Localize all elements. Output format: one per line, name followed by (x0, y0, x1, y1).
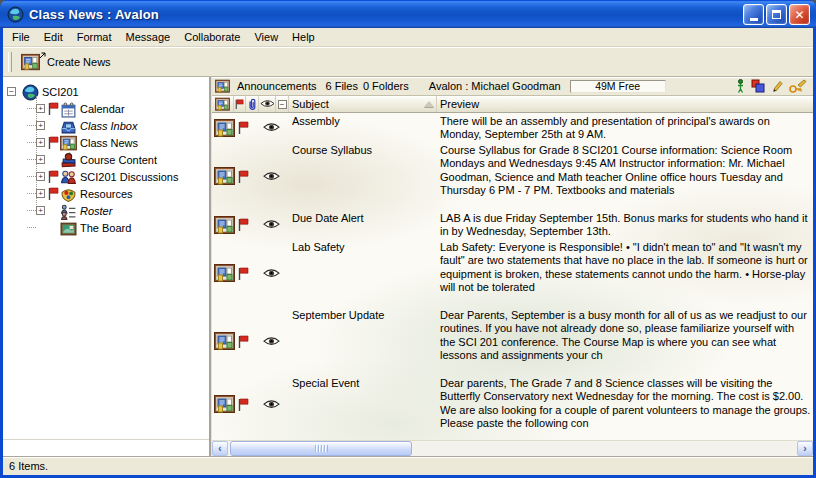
tree-item-sci201[interactable]: − SCI201 (3, 83, 209, 100)
create-news-label: Create News (47, 56, 111, 68)
chevron-right-icon: › (803, 443, 806, 454)
tree-item-the-board[interactable]: + The Board (3, 219, 209, 236)
person-icon[interactable] (736, 79, 745, 93)
minimize-button[interactable] (743, 4, 764, 25)
tree-label: SCI201 Discussions (80, 171, 178, 183)
tree-label: The Board (80, 222, 131, 234)
server-user-label: Avalon : Michael Goodman (429, 80, 561, 92)
menu-view[interactable]: View (247, 29, 285, 45)
roster-icon (60, 203, 77, 219)
message-row[interactable]: September Update Dear Parents, September… (212, 307, 813, 375)
discussions-icon (60, 169, 77, 185)
toolbar: Create News (3, 47, 813, 77)
menu-collaborate[interactable]: Collaborate (177, 29, 247, 45)
menu-format[interactable]: Format (70, 29, 119, 45)
message-row[interactable]: Due Date Alert LAB A is due Friday Septe… (212, 210, 813, 239)
message-subject: September Update (289, 307, 437, 375)
new-item-mark-icon (39, 51, 47, 59)
collapse-expander[interactable]: − (7, 87, 16, 96)
maximize-button[interactable] (766, 4, 787, 25)
menu-file[interactable]: File (5, 29, 37, 45)
column-header: − Subject Preview (212, 96, 813, 113)
expand-expander[interactable]: + (36, 172, 45, 181)
red-flag-icon (235, 99, 244, 110)
sort-up-icon (424, 101, 434, 107)
expand-expander[interactable]: + (36, 121, 45, 130)
titlebar[interactable]: Class News : Avalon ✕ (0, 0, 816, 28)
scrollbar-track[interactable] (228, 441, 797, 456)
pane-header: Announcements 6 Files 0 Folders Avalon :… (212, 77, 813, 96)
class-news-icon (60, 135, 77, 151)
resources-icon (60, 186, 77, 202)
expand-expander[interactable]: + (36, 206, 45, 215)
column-subject[interactable]: Subject (289, 96, 437, 112)
message-preview: Lab Safety: Everyone is Responsible! • "… (437, 239, 813, 307)
message-row[interactable]: Assembly There will be an assembly and p… (212, 113, 813, 142)
scroll-right-button[interactable]: › (797, 441, 813, 456)
pane-title: Announcements (237, 80, 317, 92)
tree-label: Roster (80, 205, 112, 217)
key-pencil-icon[interactable] (789, 79, 807, 93)
menu-help[interactable]: Help (285, 29, 322, 45)
news-item-icon (214, 263, 235, 283)
message-row[interactable]: Course Syllabus Course Syllabus for Grad… (212, 142, 813, 210)
scrollbar-thumb[interactable] (230, 441, 412, 456)
expand-expander[interactable]: + (36, 104, 45, 113)
board-icon (60, 220, 77, 236)
menu-message[interactable]: Message (119, 29, 178, 45)
tree-label: Calendar (80, 103, 125, 115)
red-flag-icon (238, 398, 249, 411)
eye-icon (260, 99, 275, 108)
eye-icon (263, 171, 280, 181)
scrollbar-grip-icon (315, 445, 328, 452)
message-row[interactable]: Lab Safety Lab Safety: Everyone is Respo… (212, 239, 813, 307)
eye-icon (263, 399, 280, 409)
overlap-squares-icon[interactable] (751, 79, 765, 93)
red-flag-icon (238, 121, 249, 134)
item-count-label: 6 Items. (9, 460, 48, 472)
scroll-left-button[interactable]: ‹ (212, 441, 228, 456)
column-viewed[interactable] (259, 96, 276, 112)
tree-item-sci201-discussions[interactable]: + SCI201 Discu (3, 168, 209, 185)
create-news-button[interactable]: Create News (17, 51, 119, 73)
bulletin-board-icon (215, 79, 230, 93)
message-row[interactable]: Special Event Dear parents, The Grade 7 … (212, 375, 813, 433)
horizontal-scrollbar: ‹ › (212, 440, 813, 456)
expand-expander[interactable]: + (36, 189, 45, 198)
red-flag-icon (48, 136, 59, 149)
paperclip-icon (248, 98, 257, 111)
column-flag[interactable] (234, 96, 246, 112)
tree-item-resources[interactable]: + Resources (3, 185, 209, 202)
tree-item-calendar[interactable]: + (3, 100, 209, 117)
maximize-icon (772, 10, 781, 19)
close-button[interactable]: ✕ (789, 4, 810, 25)
message-preview: Dear parents, The Grade 7 and 8 Science … (437, 375, 813, 433)
close-icon: ✕ (794, 9, 804, 21)
pencil-icon[interactable] (771, 80, 783, 93)
tree-label: Class Inbox (80, 120, 137, 132)
red-flag-icon (48, 187, 59, 200)
tree-item-class-inbox[interactable]: + Class Inbox (3, 117, 209, 134)
eye-icon (263, 268, 280, 278)
expand-expander[interactable]: + (36, 138, 45, 147)
tree-item-course-content[interactable]: + Course Content (3, 151, 209, 168)
tree-item-class-news[interactable]: + Class News (3, 134, 209, 151)
menu-edit[interactable]: Edit (37, 29, 70, 45)
conference-tree: − SCI201 + (3, 77, 209, 456)
globe-window-icon (7, 6, 24, 23)
tree-item-roster[interactable]: + (3, 202, 209, 219)
message-subject: Course Syllabus (289, 142, 437, 210)
message-preview: There will be an assembly and presentati… (437, 113, 813, 142)
column-item-type[interactable] (212, 96, 234, 112)
tree-label: Course Content (80, 154, 157, 166)
message-subject: Due Date Alert (289, 210, 437, 239)
expand-expander[interactable]: + (36, 155, 45, 164)
toolbar-gripper[interactable] (8, 52, 12, 72)
column-attachment[interactable] (246, 96, 259, 112)
news-item-icon (214, 394, 235, 414)
message-preview: Course Syllabus for Grade 8 SCI201 Cours… (437, 142, 813, 210)
menubar: File Edit Format Message Collaborate Vie… (3, 28, 813, 47)
column-preview[interactable]: Preview (437, 96, 813, 112)
column-collapse[interactable]: − (276, 96, 289, 112)
folders-count: 0 Folders (363, 80, 409, 92)
